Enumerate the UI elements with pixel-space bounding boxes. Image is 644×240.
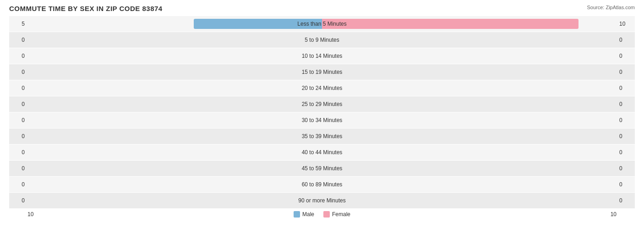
legend-items: Male Female	[46, 211, 598, 218]
bar-section: 45 to 59 Minutes	[27, 164, 617, 173]
female-value: 0	[617, 197, 635, 204]
chart-row: 0 15 to 19 Minutes 0	[9, 64, 635, 80]
row-label: 20 to 24 Minutes	[298, 84, 346, 92]
row-label: Less than 5 Minutes	[294, 20, 350, 28]
row-label: 35 to 39 Minutes	[298, 132, 346, 140]
chart-row: 0 30 to 34 Minutes 0	[9, 112, 635, 128]
female-value: 0	[617, 149, 635, 156]
male-value: 0	[9, 181, 27, 188]
row-label: 45 to 59 Minutes	[298, 164, 346, 173]
male-value: 0	[9, 69, 27, 75]
female-value: 0	[617, 165, 635, 172]
chart-title: COMMUTE TIME BY SEX IN ZIP CODE 83874	[9, 5, 163, 12]
bar-section: 40 to 44 Minutes	[27, 148, 617, 156]
male-value: 0	[9, 37, 27, 43]
female-value: 0	[617, 101, 635, 107]
bottom-right-val: 10	[598, 211, 617, 218]
bar-section: 5 to 9 Minutes	[27, 36, 617, 44]
bar-section: 30 to 34 Minutes	[27, 116, 617, 124]
chart-row: 0 25 to 29 Minutes 0	[9, 96, 635, 112]
source-text: Source: ZipAtlas.com	[587, 5, 635, 10]
chart-row: 0 45 to 59 Minutes 0	[9, 161, 635, 176]
chart-row: 5 Less than 5 Minutes 10	[9, 16, 635, 32]
row-label: 5 to 9 Minutes	[301, 36, 343, 44]
chart-row: 0 40 to 44 Minutes 0	[9, 145, 635, 160]
chart-row: 0 10 to 14 Minutes 0	[9, 48, 635, 64]
female-bar	[322, 19, 579, 29]
row-label: 25 to 29 Minutes	[298, 100, 346, 108]
female-value: 10	[617, 21, 635, 27]
bar-section: 25 to 29 Minutes	[27, 100, 617, 108]
row-label: 15 to 19 Minutes	[298, 68, 346, 76]
male-value: 0	[9, 133, 27, 140]
bottom-left-val: 10	[27, 211, 46, 218]
female-value: 0	[617, 181, 635, 188]
male-value: 0	[9, 149, 27, 156]
male-value: 0	[9, 165, 27, 172]
title-row: COMMUTE TIME BY SEX IN ZIP CODE 83874 So…	[9, 5, 635, 12]
chart-row: 0 20 to 24 Minutes 0	[9, 80, 635, 96]
row-label: 30 to 34 Minutes	[298, 116, 346, 124]
male-value: 0	[9, 197, 27, 204]
bar-section: 20 to 24 Minutes	[27, 84, 617, 92]
chart-container: COMMUTE TIME BY SEX IN ZIP CODE 83874 So…	[0, 0, 644, 240]
legend-row: 10 Male Female 10	[9, 211, 635, 218]
male-swatch	[294, 211, 300, 218]
female-value: 0	[617, 37, 635, 43]
female-label: Female	[332, 211, 350, 218]
chart-row: 0 35 to 39 Minutes 0	[9, 128, 635, 144]
legend-female: Female	[323, 211, 350, 218]
female-value: 0	[617, 85, 635, 91]
bar-section: 90 or more Minutes	[27, 196, 617, 205]
row-label: 60 to 89 Minutes	[298, 180, 346, 189]
male-value: 0	[9, 53, 27, 59]
female-value: 0	[617, 53, 635, 59]
legend-male: Male	[294, 211, 314, 218]
male-label: Male	[302, 211, 314, 218]
chart-row: 0 90 or more Minutes 0	[9, 193, 635, 208]
male-value: 0	[9, 101, 27, 107]
male-value: 0	[9, 117, 27, 123]
row-label: 40 to 44 Minutes	[298, 148, 346, 156]
row-label: 90 or more Minutes	[295, 196, 349, 205]
female-value: 0	[617, 69, 635, 75]
bar-section: 10 to 14 Minutes	[27, 52, 617, 60]
female-value: 0	[617, 133, 635, 140]
female-swatch	[323, 211, 330, 218]
chart-row: 0 60 to 89 Minutes 0	[9, 177, 635, 192]
male-value: 0	[9, 85, 27, 91]
bar-section: 60 to 89 Minutes	[27, 180, 617, 189]
chart-row: 0 5 to 9 Minutes 0	[9, 32, 635, 48]
male-value: 5	[9, 21, 27, 27]
chart-rows: 5 Less than 5 Minutes 10 0 5 to 9 Minute…	[9, 16, 635, 208]
female-value: 0	[617, 117, 635, 123]
row-label: 10 to 14 Minutes	[298, 52, 346, 60]
bar-section: Less than 5 Minutes	[27, 20, 617, 28]
bar-section: 15 to 19 Minutes	[27, 68, 617, 76]
bar-section: 35 to 39 Minutes	[27, 132, 617, 140]
